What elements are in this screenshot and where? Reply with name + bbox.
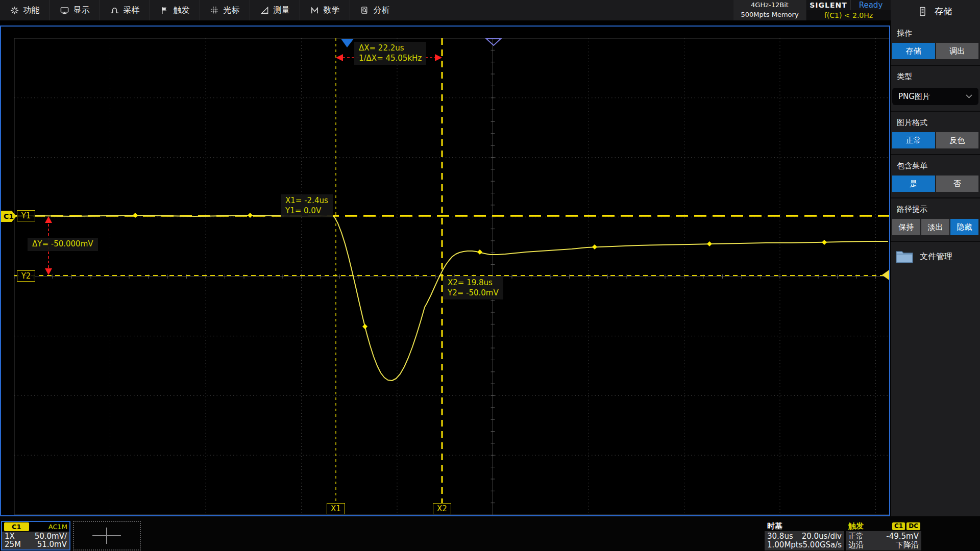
frequency-counter[interactable]: f(C1) < 2.0Hz [806, 10, 891, 20]
cursor-y1-badge[interactable]: Y1 [17, 210, 35, 221]
channel-name-badge: C1 [4, 522, 29, 531]
menu-item-label: 光标 [224, 5, 240, 16]
x1-value: X1= -2.4us [285, 196, 328, 206]
trace-marker-diamond [707, 241, 712, 246]
image-format-label: 图片格式 [891, 112, 980, 132]
trigger-label: 触发 [848, 521, 864, 531]
save-button[interactable]: 存储 [892, 43, 935, 59]
dx-value: ΔX= 22.2us [359, 43, 422, 54]
chevron-down-icon [966, 94, 972, 98]
file-type-select[interactable]: PNG图片 [892, 88, 978, 105]
y1-value: Y1= 0.0V [285, 206, 328, 216]
folder-icon [896, 250, 913, 263]
trace-marker-diamond [592, 244, 597, 249]
bottom-bar: C1 AC1M 1X 50.0mV/ 25M 51.0mV 时基 30.8us … [0, 516, 980, 551]
y2-value: Y2= -50.0mV [448, 288, 499, 298]
acquisition-status: Ready [851, 0, 891, 10]
menu-item-function[interactable]: 功能 [0, 0, 50, 20]
include-menu-no-button[interactable]: 否 [936, 176, 979, 192]
cursor-x2-badge[interactable]: X2 [433, 503, 451, 514]
timebase-label: 时基 [765, 521, 844, 531]
trigger-slope: 下降沿 [896, 541, 919, 549]
menu-item-measure[interactable]: 测量 [250, 0, 300, 20]
siglent-logo: SIGLENT [806, 0, 851, 10]
file-manager-button[interactable]: 文件管理 [891, 242, 980, 263]
waveform-display[interactable]: ΔX= 22.2us 1/ΔX= 45.05kHz X1= -2.4us Y1=… [0, 26, 890, 516]
delta-y-readout: ΔY= -50.000mV [28, 238, 98, 251]
storage-icon [919, 7, 926, 16]
timebase-points: 1.00Mpts [767, 541, 803, 549]
ruler-icon [260, 6, 269, 15]
trigger-values: 正常 -49.5mV 边沿 下降沿 [846, 531, 921, 550]
menu-item-display[interactable]: 显示 [50, 0, 100, 20]
menu-item-cursors[interactable]: 光标 [200, 0, 250, 20]
inv-dx-value: 1/ΔX= 45.05kHz [359, 54, 422, 64]
cursor-grid-icon [210, 6, 219, 15]
cursor-x1-badge[interactable]: X1 [327, 503, 345, 514]
include-menu-yes-button[interactable]: 是 [892, 176, 935, 192]
format-normal-button[interactable]: 正常 [892, 132, 935, 148]
trigger-type: 边沿 [848, 541, 864, 549]
path-hint-toggle: 保持 淡出 隐藏 [891, 219, 980, 235]
file-manager-label: 文件管理 [920, 252, 952, 262]
trigger-level-icon[interactable] [882, 270, 889, 280]
menu-item-acquire[interactable]: 采样 [100, 0, 150, 20]
channel-scale: 50.0mV/ [35, 533, 67, 540]
trace-marker-diamond [362, 324, 368, 329]
channel-header: C1 AC1M [2, 522, 69, 532]
waveform-svg [1, 27, 889, 515]
channel-probe: 1X [5, 533, 15, 540]
menu-item-trigger[interactable]: 触发 [150, 0, 200, 20]
channel-c1-box[interactable]: C1 AC1M 1X 50.0mV/ 25M 51.0mV [1, 521, 70, 550]
path-fade-button[interactable]: 淡出 [921, 219, 949, 235]
math-icon [310, 6, 319, 15]
menu-item-label: 采样 [124, 5, 140, 16]
trigger-coupling-badge: DC [906, 522, 920, 530]
operation-toggle: 存储 调出 [891, 43, 980, 59]
trace-marker-diamond [248, 213, 253, 218]
gear-icon [10, 6, 19, 15]
storage-panel: 存储 操作 存储 调出 类型 PNG图片 图片格式 正常 反色 包含菜单 是 否… [891, 0, 980, 516]
menu-item-math[interactable]: 数学 [300, 0, 350, 20]
timebase-scale: 20.0us/div [802, 533, 842, 540]
include-menu-toggle: 是 否 [891, 176, 980, 192]
path-hide-button[interactable]: 隐藏 [950, 219, 978, 235]
file-type-value: PNG图片 [898, 92, 930, 102]
trigger-mode: 正常 [848, 533, 864, 540]
panel-title: 存储 [935, 6, 952, 17]
menu-item-analysis[interactable]: 分析 [350, 0, 400, 20]
channel-coupling: AC1M [48, 523, 67, 531]
timebase-delay: 30.8us [767, 533, 793, 540]
delay-reference-icon[interactable] [486, 39, 501, 45]
trace-marker-diamond [822, 240, 827, 245]
menu-item-label: 测量 [274, 5, 290, 16]
trigger-position-icon[interactable] [341, 39, 354, 47]
menu-item-label: 数学 [324, 5, 340, 16]
system-spec: 4GHz-12Bit 500Mpts Memory [733, 0, 806, 20]
timebase-values: 30.8us 20.0us/div 1.00Mpts 5.00GSa/s [765, 531, 844, 550]
path-keep-button[interactable]: 保持 [892, 219, 920, 235]
timebase-samplerate: 5.00GSa/s [803, 541, 842, 549]
trigger-source-badge: C1 [892, 522, 905, 530]
path-hint-label: 路径提示 [891, 198, 980, 219]
x1y1-readout: X1= -2.4us Y1= 0.0V [281, 194, 333, 217]
timebase-box[interactable]: 时基 30.8us 20.0us/div 1.00Mpts 5.00GSa/s [765, 521, 844, 550]
memory-spec: 500Mpts Memory [741, 10, 798, 20]
menu-item-label: 显示 [74, 5, 90, 16]
delta-x-arrowhead-left [336, 54, 343, 61]
type-label: 类型 [891, 66, 980, 86]
trace-markers [133, 213, 827, 329]
brand-row: SIGLENT Ready [806, 0, 891, 10]
add-channel-placeholder[interactable] [73, 521, 141, 550]
display-icon [60, 6, 69, 15]
recall-button[interactable]: 调出 [936, 43, 979, 59]
x2y2-readout: X2= 19.8us Y2= -50.0mV [443, 277, 503, 299]
sampling-icon [110, 6, 119, 15]
cursor-y2-badge[interactable]: Y2 [17, 270, 35, 282]
format-invert-button[interactable]: 反色 [936, 132, 979, 148]
trace-marker-diamond [477, 249, 482, 255]
include-menu-label: 包含菜单 [891, 155, 980, 176]
trigger-box[interactable]: 触发 C1 DC 正常 -49.5mV 边沿 下降沿 [846, 521, 921, 550]
plus-icon [106, 528, 107, 544]
menu-item-label: 分析 [374, 5, 390, 16]
